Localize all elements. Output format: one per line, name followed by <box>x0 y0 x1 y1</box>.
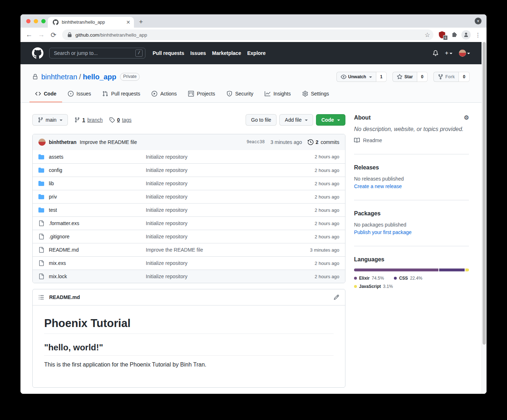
file-name[interactable]: test <box>49 207 146 213</box>
tab-close-icon[interactable]: ✕ <box>126 19 130 25</box>
tab-pull-requests[interactable]: Pull requests <box>97 87 146 102</box>
readme-filename[interactable]: README.md <box>49 294 80 300</box>
github-logo-icon[interactable] <box>32 47 43 59</box>
language-item[interactable]: Elixir 74.5% <box>354 276 384 281</box>
tab-security[interactable]: Security <box>221 87 259 102</box>
scrollbar-thumb[interactable] <box>483 42 486 345</box>
language-item[interactable]: CSS 22.4% <box>394 276 422 281</box>
commits-link[interactable]: 2 commits <box>308 139 339 145</box>
tab-projects[interactable]: Projects <box>182 87 221 102</box>
table-row[interactable]: config Initialize repository 2 hours ago <box>33 163 345 177</box>
browser-tab[interactable]: binhthetran/hello_app ✕ <box>48 17 134 28</box>
tab-insights[interactable]: Insights <box>259 87 296 102</box>
create-release-link[interactable]: Create a new release <box>354 183 469 189</box>
forward-button[interactable]: → <box>36 30 46 40</box>
file-name[interactable]: lib <box>49 181 146 186</box>
table-row[interactable]: assets Initialize repository 2 hours ago <box>33 150 345 163</box>
readme-link[interactable]: Readme <box>354 137 469 143</box>
file-commit-message[interactable]: Initialize repository <box>146 154 315 160</box>
file-commit-message[interactable]: Improve the README file <box>146 247 310 253</box>
avatar[interactable] <box>38 139 46 146</box>
new-tab-button[interactable]: + <box>139 18 143 25</box>
code-button[interactable]: Code <box>316 114 345 126</box>
tags-link[interactable]: 0 tags <box>109 117 131 123</box>
gear-icon[interactable]: ⚙ <box>464 114 469 121</box>
file-commit-message[interactable]: Initialize repository <box>146 167 315 173</box>
file-name[interactable]: mix.exs <box>49 260 146 266</box>
commit-message[interactable]: Improve the README file <box>80 139 137 145</box>
browser-profile-icon[interactable] <box>461 30 471 39</box>
repo-owner-link[interactable]: binhthetran <box>41 73 77 81</box>
watch-count[interactable]: 1 <box>376 72 387 82</box>
file-name[interactable]: assets <box>49 154 146 160</box>
minimize-window-button[interactable] <box>34 19 38 23</box>
file-commit-message[interactable]: Initialize repository <box>146 220 315 226</box>
file-name[interactable]: .gitignore <box>49 234 146 239</box>
table-row[interactable]: README.md Improve the README file 3 minu… <box>33 243 345 256</box>
language-bar-segment[interactable] <box>354 269 438 271</box>
language-bar-segment[interactable] <box>439 269 465 271</box>
nav-marketplace[interactable]: Marketplace <box>212 50 241 56</box>
nav-pull-requests[interactable]: Pull requests <box>153 50 184 56</box>
file-name[interactable]: mix.lock <box>49 274 146 279</box>
language-item[interactable]: JavaScript 3.1% <box>354 284 393 289</box>
reload-button[interactable]: ⟳ <box>48 30 59 40</box>
bell-icon[interactable] <box>433 50 438 56</box>
add-file-button[interactable]: Add file <box>279 114 313 126</box>
file-age: 2 hours ago <box>315 181 339 186</box>
tab-code[interactable]: Code <box>29 87 62 102</box>
commit-author[interactable]: binhthetran <box>49 139 76 145</box>
readme-title: Phoenix Tutorial <box>44 317 334 334</box>
file-commit-message[interactable]: Initialize repository <box>146 234 315 239</box>
table-row[interactable]: mix.exs Initialize repository 2 hours ag… <box>33 256 345 270</box>
go-to-file-button[interactable]: Go to file <box>246 114 276 126</box>
star-button[interactable]: Star <box>392 72 417 82</box>
address-bar[interactable]: github.com/binhthetran/hello_app ☆ <box>62 29 433 40</box>
unwatch-button[interactable]: Unwatch <box>336 72 376 82</box>
search-input[interactable] <box>49 48 145 59</box>
branch-selector[interactable]: main <box>32 114 68 126</box>
tab-settings[interactable]: Settings <box>297 87 335 102</box>
tab-actions[interactable]: Actions <box>146 87 182 102</box>
fork-button[interactable]: Fork <box>433 72 459 82</box>
table-row[interactable]: priv Initialize repository 2 hours ago <box>33 190 345 203</box>
file-commit-message[interactable]: Initialize repository <box>146 260 315 266</box>
nav-explore[interactable]: Explore <box>247 50 265 56</box>
back-button[interactable]: ← <box>24 30 34 40</box>
play-icon <box>152 91 157 97</box>
repo-name-link[interactable]: hello_app <box>83 73 116 81</box>
star-count[interactable]: 0 <box>417 72 428 82</box>
file-name[interactable]: config <box>49 167 146 173</box>
pencil-icon[interactable] <box>334 294 339 300</box>
file-name[interactable]: README.md <box>49 247 146 253</box>
maximize-window-button[interactable] <box>41 19 46 23</box>
commit-sha[interactable]: 9eacc38 <box>247 140 265 145</box>
file-commit-message[interactable]: Initialize repository <box>146 194 315 200</box>
table-row[interactable]: lib Initialize repository 2 hours ago <box>33 177 345 190</box>
file-commit-message[interactable]: Initialize repository <box>146 207 315 213</box>
ublock-extension-icon[interactable]: 6 <box>437 30 447 40</box>
file-name[interactable]: priv <box>49 194 146 200</box>
table-row[interactable]: mix.lock Initialize repository 2 hours a… <box>33 270 345 283</box>
branches-link[interactable]: 1 branch <box>74 117 103 123</box>
create-new-button[interactable]: + <box>445 50 452 57</box>
list-icon[interactable] <box>38 294 44 300</box>
close-window-button[interactable] <box>26 19 31 23</box>
fork-count[interactable]: 0 <box>459 72 470 82</box>
page-scrollbar[interactable] <box>482 42 487 394</box>
table-row[interactable]: .formatter.exs Initialize repository 2 h… <box>33 216 345 230</box>
table-row[interactable]: .gitignore Initialize repository 2 hours… <box>33 230 345 243</box>
file-commit-message[interactable]: Initialize repository <box>146 274 315 279</box>
file-name[interactable]: .formatter.exs <box>49 220 146 226</box>
extensions-puzzle-icon[interactable] <box>449 30 459 40</box>
tabstrip-chevron-icon[interactable]: ▼ <box>475 18 482 24</box>
user-menu[interactable] <box>459 50 470 57</box>
publish-package-link[interactable]: Publish your first package <box>354 229 469 235</box>
bookmark-star-icon[interactable]: ☆ <box>423 30 432 39</box>
browser-menu-icon[interactable]: ⋮ <box>473 30 483 40</box>
language-bar-segment[interactable] <box>465 269 469 271</box>
tab-issues[interactable]: Issues <box>62 87 97 102</box>
table-row[interactable]: test Initialize repository 2 hours ago <box>33 203 345 216</box>
nav-issues[interactable]: Issues <box>190 50 206 56</box>
file-commit-message[interactable]: Initialize repository <box>146 181 315 186</box>
